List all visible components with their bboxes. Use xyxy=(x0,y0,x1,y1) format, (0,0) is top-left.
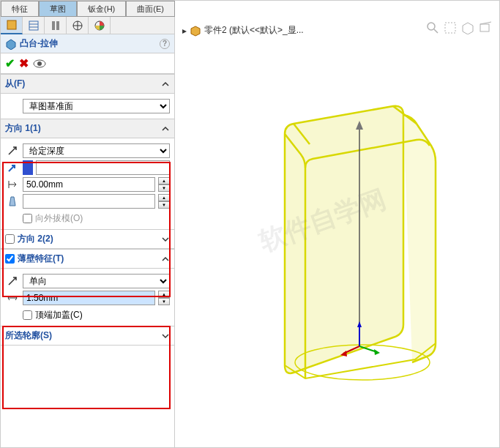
thin-type-select[interactable]: 单向 xyxy=(23,274,170,288)
chevron-up-icon[interactable] xyxy=(161,255,170,264)
cap-label: 顶端加盖(C) xyxy=(35,309,83,321)
zoom-fit-icon[interactable] xyxy=(426,21,439,34)
svg-rect-5 xyxy=(56,21,59,30)
cancel-button[interactable]: ✖ xyxy=(19,56,29,70)
from-label: 从(F) xyxy=(5,78,161,90)
from-select[interactable]: 草图基准面 xyxy=(23,99,170,113)
thin-header[interactable]: 薄壁特征(T) xyxy=(1,249,174,269)
thickness-input[interactable] xyxy=(23,291,155,305)
draft-outward-label: 向外拔模(O) xyxy=(35,212,83,225)
dir2-check[interactable] xyxy=(5,234,15,244)
thin-label: 薄壁特征(T) xyxy=(18,253,161,265)
dir1-label: 方向 1(1) xyxy=(5,122,161,135)
chevron-down-icon[interactable] xyxy=(161,235,170,244)
svg-point-12 xyxy=(428,23,435,30)
breadcrumb-part[interactable]: 零件2 (默认<<默认>_显... xyxy=(204,24,304,37)
thickness-icon xyxy=(5,291,20,305)
direction-input[interactable] xyxy=(36,160,170,175)
feature-title: 凸台-拉伸 xyxy=(20,37,160,50)
draft-spinner[interactable]: ▲▼ xyxy=(158,194,170,209)
top-tabs: 特征 草图 钣金(H) 曲面(E) xyxy=(1,1,175,17)
dir2-label: 方向 2(2) xyxy=(18,233,161,245)
appearance-icon[interactable] xyxy=(89,17,111,34)
tab-feature[interactable]: 特征 xyxy=(1,1,39,16)
thin-reverse-icon[interactable] xyxy=(5,274,20,288)
draft-input[interactable] xyxy=(23,194,155,209)
chevron-down-icon[interactable] xyxy=(161,332,170,340)
help-icon[interactable]: ? xyxy=(160,39,170,49)
property-icon[interactable] xyxy=(23,17,45,34)
feature-tree-icon[interactable] xyxy=(1,17,23,34)
chevron-up-icon[interactable] xyxy=(161,80,170,89)
zoom-area-icon[interactable] xyxy=(444,21,457,34)
model-preview xyxy=(234,83,468,405)
depth-icon xyxy=(5,177,20,192)
svg-rect-4 xyxy=(52,21,55,30)
depth-spinner[interactable]: ▲▼ xyxy=(158,177,170,192)
dir2-header[interactable]: 方向 2(2) xyxy=(1,229,174,249)
config-icon[interactable] xyxy=(45,17,67,34)
cap-check[interactable] xyxy=(23,310,32,320)
svg-rect-15 xyxy=(480,24,489,31)
svg-rect-14 xyxy=(445,23,455,33)
breadcrumb-arrow[interactable]: ▸ xyxy=(182,26,187,36)
svg-rect-1 xyxy=(29,21,38,30)
chevron-up-icon[interactable] xyxy=(161,124,170,133)
endcond-select[interactable]: 给定深度 xyxy=(23,143,170,158)
panel-tabs xyxy=(1,17,174,34)
feature-header: 凸台-拉伸 ? xyxy=(1,34,174,53)
property-panel: 凸台-拉伸 ? ✔ ✖ 从(F) 草图基准面 方向 1(1) 给定深度 xyxy=(1,17,175,447)
svg-line-13 xyxy=(434,29,438,33)
direction-field[interactable] xyxy=(23,160,33,175)
breadcrumb[interactable]: ▸ 零件2 (默认<<默认>_显... xyxy=(182,24,304,37)
from-header[interactable]: 从(F) xyxy=(1,74,174,94)
dir1-header[interactable]: 方向 1(1) xyxy=(1,119,174,138)
display-style-icon[interactable] xyxy=(479,21,492,34)
tab-sketch[interactable]: 草图 xyxy=(39,1,77,16)
thickness-spinner[interactable]: ▲▼ xyxy=(158,291,170,305)
svg-point-11 xyxy=(37,61,42,66)
part-icon xyxy=(190,25,201,37)
depth-input[interactable] xyxy=(23,177,155,192)
ok-button[interactable]: ✔ xyxy=(5,56,15,70)
contours-header[interactable]: 所选轮廓(S) xyxy=(1,326,174,346)
thin-check[interactable] xyxy=(5,254,15,264)
action-row: ✔ ✖ xyxy=(1,53,174,74)
tab-sheetmetal[interactable]: 钣金(H) xyxy=(77,1,126,16)
draft-icon[interactable] xyxy=(5,194,20,209)
tab-surface[interactable]: 曲面(E) xyxy=(126,1,175,16)
direction-icon[interactable] xyxy=(5,160,20,175)
draft-outward-check[interactable] xyxy=(23,214,32,223)
viewport[interactable]: ▸ 零件2 (默认<<默认>_显... 软件自学网 xyxy=(175,17,499,447)
reverse-icon[interactable] xyxy=(5,143,20,158)
view-orient-icon[interactable] xyxy=(461,21,474,34)
dimxpert-icon[interactable] xyxy=(67,17,89,34)
svg-rect-0 xyxy=(7,20,16,29)
preview-icon[interactable] xyxy=(33,59,46,69)
extrude-icon xyxy=(5,38,17,50)
contours-label: 所选轮廓(S) xyxy=(5,329,161,342)
view-tools xyxy=(426,21,492,34)
